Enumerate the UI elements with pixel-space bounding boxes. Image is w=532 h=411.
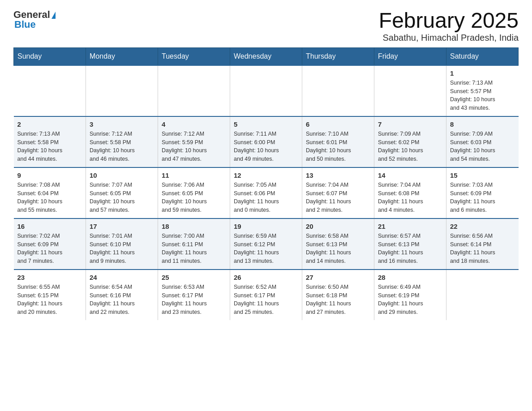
- day-info: Sunrise: 6:52 AMSunset: 6:17 PMDaylight:…: [234, 283, 298, 317]
- day-info: Sunrise: 7:05 AMSunset: 6:06 PMDaylight:…: [234, 181, 298, 214]
- calendar-day-cell: 10Sunrise: 7:07 AMSunset: 6:05 PMDayligh…: [86, 167, 158, 218]
- day-number: 24: [90, 274, 154, 281]
- day-of-week-header: Wednesday: [230, 47, 302, 65]
- day-info: Sunrise: 6:56 AMSunset: 6:14 PMDaylight:…: [450, 232, 515, 265]
- calendar-day-cell: 21Sunrise: 6:57 AMSunset: 6:13 PMDayligh…: [374, 218, 446, 270]
- day-of-week-header: Sunday: [14, 47, 86, 65]
- day-number: 22: [450, 223, 515, 230]
- calendar-day-cell: 15Sunrise: 7:03 AMSunset: 6:09 PMDayligh…: [446, 167, 519, 218]
- calendar-day-cell: 19Sunrise: 6:59 AMSunset: 6:12 PMDayligh…: [230, 218, 302, 270]
- day-number: 6: [306, 120, 370, 128]
- day-info: Sunrise: 6:54 AMSunset: 6:16 PMDaylight:…: [90, 283, 154, 317]
- calendar-day-cell: [158, 65, 230, 116]
- calendar-day-cell: 16Sunrise: 7:02 AMSunset: 6:09 PMDayligh…: [14, 218, 86, 270]
- days-of-week-row: SundayMondayTuesdayWednesdayThursdayFrid…: [14, 47, 519, 65]
- logo-triangle-icon: [51, 12, 56, 19]
- day-number: 19: [234, 223, 298, 230]
- day-of-week-header: Monday: [86, 47, 158, 65]
- day-info: Sunrise: 7:13 AMSunset: 5:58 PMDaylight:…: [17, 130, 82, 163]
- day-number: 5: [234, 120, 298, 128]
- day-info: Sunrise: 6:57 AMSunset: 6:13 PMDaylight:…: [378, 232, 442, 265]
- day-info: Sunrise: 6:50 AMSunset: 6:18 PMDaylight:…: [306, 283, 370, 317]
- day-info: Sunrise: 7:08 AMSunset: 6:04 PMDaylight:…: [17, 181, 82, 214]
- day-of-week-header: Saturday: [446, 47, 519, 65]
- day-number: 23: [17, 274, 82, 281]
- calendar-week-row: 2Sunrise: 7:13 AMSunset: 5:58 PMDaylight…: [14, 116, 519, 167]
- calendar-day-cell: 14Sunrise: 7:04 AMSunset: 6:08 PMDayligh…: [374, 167, 446, 218]
- calendar-week-row: 16Sunrise: 7:02 AMSunset: 6:09 PMDayligh…: [14, 218, 519, 270]
- calendar-day-cell: 28Sunrise: 6:49 AMSunset: 6:19 PMDayligh…: [374, 270, 446, 320]
- day-of-week-header: Thursday: [302, 47, 374, 65]
- day-info: Sunrise: 7:11 AMSunset: 6:00 PMDaylight:…: [234, 130, 298, 163]
- day-info: Sunrise: 7:12 AMSunset: 5:58 PMDaylight:…: [90, 130, 154, 163]
- calendar-day-cell: 13Sunrise: 7:04 AMSunset: 6:07 PMDayligh…: [302, 167, 374, 218]
- day-number: 26: [234, 274, 298, 281]
- calendar-day-cell: 4Sunrise: 7:12 AMSunset: 5:59 PMDaylight…: [158, 116, 230, 167]
- day-info: Sunrise: 7:13 AMSunset: 5:57 PMDaylight:…: [450, 79, 515, 112]
- day-info: Sunrise: 7:09 AMSunset: 6:02 PMDaylight:…: [378, 130, 442, 163]
- calendar-day-cell: 27Sunrise: 6:50 AMSunset: 6:18 PMDayligh…: [302, 270, 374, 320]
- day-number: 12: [234, 171, 298, 179]
- calendar-day-cell: 7Sunrise: 7:09 AMSunset: 6:02 PMDaylight…: [374, 116, 446, 167]
- title-block: February 2025 Sabathu, Himachal Pradesh,…: [379, 9, 519, 43]
- day-number: 1: [450, 69, 515, 77]
- calendar-day-cell: [86, 65, 158, 116]
- calendar-day-cell: 11Sunrise: 7:06 AMSunset: 6:05 PMDayligh…: [158, 167, 230, 218]
- day-info: Sunrise: 7:01 AMSunset: 6:10 PMDaylight:…: [90, 232, 154, 265]
- day-info: Sunrise: 6:58 AMSunset: 6:13 PMDaylight:…: [306, 232, 370, 265]
- day-info: Sunrise: 7:06 AMSunset: 6:05 PMDaylight:…: [162, 181, 226, 214]
- day-info: Sunrise: 6:55 AMSunset: 6:15 PMDaylight:…: [17, 283, 82, 317]
- day-number: 7: [378, 120, 442, 128]
- calendar-body: 1Sunrise: 7:13 AMSunset: 5:57 PMDaylight…: [14, 65, 519, 320]
- calendar-day-cell: 23Sunrise: 6:55 AMSunset: 6:15 PMDayligh…: [14, 270, 86, 320]
- day-number: 21: [378, 223, 442, 230]
- page-subtitle: Sabathu, Himachal Pradesh, India: [379, 33, 519, 43]
- page-title: February 2025: [379, 9, 519, 33]
- calendar-day-cell: [446, 270, 519, 320]
- day-info: Sunrise: 7:09 AMSunset: 6:03 PMDaylight:…: [450, 130, 515, 163]
- calendar-day-cell: 20Sunrise: 6:58 AMSunset: 6:13 PMDayligh…: [302, 218, 374, 270]
- day-number: 3: [90, 120, 154, 128]
- day-info: Sunrise: 7:07 AMSunset: 6:05 PMDaylight:…: [90, 181, 154, 214]
- calendar-day-cell: [230, 65, 302, 116]
- day-number: 18: [162, 223, 226, 230]
- day-of-week-header: Tuesday: [158, 47, 230, 65]
- day-info: Sunrise: 7:04 AMSunset: 6:08 PMDaylight:…: [378, 181, 442, 214]
- logo: General Blue: [13, 9, 56, 30]
- page-header: General Blue February 2025 Sabathu, Hima…: [13, 9, 519, 43]
- day-number: 9: [17, 171, 82, 179]
- day-number: 27: [306, 274, 370, 281]
- day-info: Sunrise: 6:49 AMSunset: 6:19 PMDaylight:…: [378, 283, 442, 317]
- day-of-week-header: Friday: [374, 47, 446, 65]
- day-number: 10: [90, 171, 154, 179]
- day-info: Sunrise: 7:12 AMSunset: 5:59 PMDaylight:…: [162, 130, 226, 163]
- logo-blue-text: Blue: [14, 19, 36, 30]
- day-info: Sunrise: 7:00 AMSunset: 6:11 PMDaylight:…: [162, 232, 226, 265]
- calendar-week-row: 9Sunrise: 7:08 AMSunset: 6:04 PMDaylight…: [14, 167, 519, 218]
- calendar-day-cell: 12Sunrise: 7:05 AMSunset: 6:06 PMDayligh…: [230, 167, 302, 218]
- calendar-day-cell: 3Sunrise: 7:12 AMSunset: 5:58 PMDaylight…: [86, 116, 158, 167]
- day-number: 25: [162, 274, 226, 281]
- day-info: Sunrise: 6:59 AMSunset: 6:12 PMDaylight:…: [234, 232, 298, 265]
- calendar-day-cell: 26Sunrise: 6:52 AMSunset: 6:17 PMDayligh…: [230, 270, 302, 320]
- day-number: 2: [17, 120, 82, 128]
- day-info: Sunrise: 7:10 AMSunset: 6:01 PMDaylight:…: [306, 130, 370, 163]
- day-number: 13: [306, 171, 370, 179]
- calendar-day-cell: 17Sunrise: 7:01 AMSunset: 6:10 PMDayligh…: [86, 218, 158, 270]
- day-info: Sunrise: 7:04 AMSunset: 6:07 PMDaylight:…: [306, 181, 370, 214]
- day-number: 14: [378, 171, 442, 179]
- calendar-day-cell: 1Sunrise: 7:13 AMSunset: 5:57 PMDaylight…: [446, 65, 519, 116]
- calendar-day-cell: 22Sunrise: 6:56 AMSunset: 6:14 PMDayligh…: [446, 218, 519, 270]
- day-info: Sunrise: 7:02 AMSunset: 6:09 PMDaylight:…: [17, 232, 82, 265]
- day-number: 8: [450, 120, 515, 128]
- calendar-day-cell: [374, 65, 446, 116]
- day-number: 11: [162, 171, 226, 179]
- calendar-day-cell: 2Sunrise: 7:13 AMSunset: 5:58 PMDaylight…: [14, 116, 86, 167]
- calendar-week-row: 1Sunrise: 7:13 AMSunset: 5:57 PMDaylight…: [14, 65, 519, 116]
- calendar-day-cell: 18Sunrise: 7:00 AMSunset: 6:11 PMDayligh…: [158, 218, 230, 270]
- day-number: 4: [162, 120, 226, 128]
- calendar-header: SundayMondayTuesdayWednesdayThursdayFrid…: [14, 47, 519, 65]
- day-number: 15: [450, 171, 515, 179]
- day-number: 28: [378, 274, 442, 281]
- day-number: 17: [90, 223, 154, 230]
